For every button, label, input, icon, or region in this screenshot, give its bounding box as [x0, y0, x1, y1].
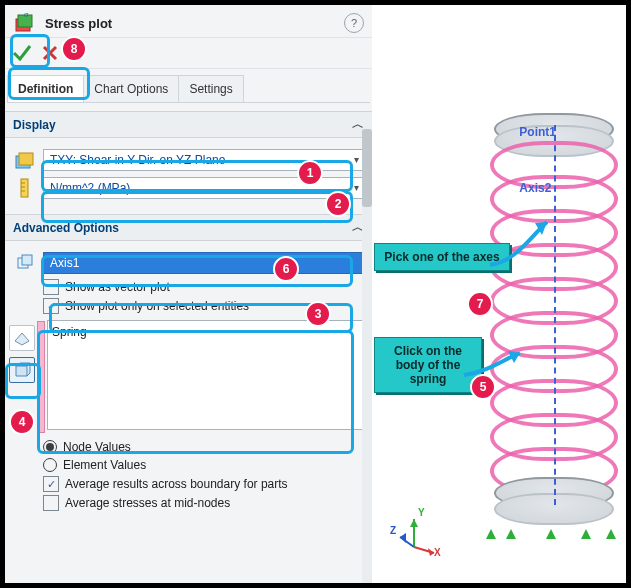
badge-5: 5 [470, 374, 496, 400]
selected-entities-label: Show plot only on selected entities [65, 299, 249, 313]
tab-definition[interactable]: Definition [7, 75, 84, 102]
element-values-label: Element Values [63, 458, 146, 472]
scrollbar-thumb[interactable] [362, 129, 372, 207]
units-label: N/mm^2 (MPa) [50, 181, 130, 195]
badge-1: 1 [297, 160, 323, 186]
badge-8: 8 [61, 36, 87, 62]
panel-scrollbar[interactable] [362, 129, 372, 583]
cancel-button[interactable] [39, 42, 61, 64]
node-values-radio[interactable] [43, 440, 57, 454]
avg-boundary-checkbox[interactable] [43, 476, 59, 492]
panel-title: Stress plot [45, 16, 112, 31]
units-icon [13, 176, 37, 200]
badge-2: 2 [325, 191, 351, 217]
selection-listbox[interactable]: Spring [47, 320, 364, 430]
section-advanced[interactable]: Advanced Options ︿ [5, 214, 372, 241]
reference-geometry-icon [13, 251, 37, 275]
vector-plot-label: Show as vector plot [65, 280, 170, 294]
select-face-icon[interactable] [9, 325, 35, 351]
svg-text:σ: σ [24, 11, 29, 18]
stress-component-label: TXY: Shear in Y Dir. on YZ Plane [50, 153, 225, 167]
svg-rect-5 [21, 179, 28, 197]
avg-boundary-label: Average results across boundary for part… [65, 477, 288, 491]
chevron-down-icon: ▾ [354, 182, 359, 193]
element-values-radio[interactable] [43, 458, 57, 472]
badge-4: 4 [9, 409, 35, 435]
stress-category-icon [13, 148, 37, 172]
tab-settings[interactable]: Settings [178, 75, 243, 102]
section-display-label: Display [13, 118, 56, 132]
tab-bar: Definition Chart Options Settings [7, 75, 370, 103]
section-advanced-label: Advanced Options [13, 221, 119, 235]
tab-chart-options[interactable]: Chart Options [83, 75, 179, 102]
svg-rect-4 [19, 153, 33, 165]
svg-rect-10 [22, 255, 32, 265]
section-display[interactable]: Display ︿ [5, 111, 372, 138]
selected-entities-checkbox[interactable] [43, 298, 59, 314]
avg-mid-label: Average stresses at mid-nodes [65, 496, 230, 510]
select-body-icon[interactable] [9, 357, 35, 383]
callout-arrows-icon [372, 5, 626, 583]
axis-selection-field[interactable]: Axis1 [43, 252, 364, 274]
badge-3: 3 [305, 301, 331, 327]
vector-plot-checkbox[interactable] [43, 279, 59, 295]
ok-button[interactable] [11, 42, 33, 64]
avg-mid-checkbox[interactable] [43, 495, 59, 511]
stress-plot-icon: σ [13, 11, 37, 35]
chevron-down-icon: ▾ [354, 154, 359, 165]
help-icon[interactable]: ? [344, 13, 364, 33]
graphics-viewport[interactable]: Point1 Axis2 Pick one of the axes Click … [372, 5, 626, 583]
badge-7: 7 [467, 291, 493, 317]
selection-indicator-bar [37, 321, 45, 433]
properties-panel: σ Stress plot ? Definition Chart Options [5, 5, 373, 583]
badge-6: 6 [273, 256, 299, 282]
axis-selection-label: Axis1 [50, 256, 79, 270]
node-values-label: Node Values [63, 440, 131, 454]
selection-item-spring: Spring [52, 325, 87, 339]
